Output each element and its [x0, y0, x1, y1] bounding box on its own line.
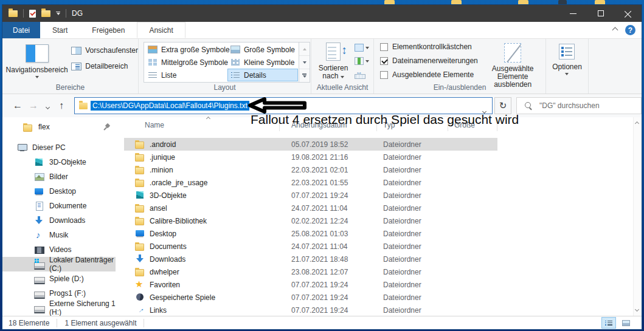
ribbon-tabs: Datei Start Freigeben Ansicht: [2, 22, 642, 38]
up-button[interactable]: ↑: [54, 100, 69, 111]
status-bar: 18 Elemente 1 Element ausgewählt: [2, 316, 642, 329]
options-button[interactable]: Optionen: [552, 44, 582, 94]
chevron-down-icon: [341, 76, 344, 78]
file-row[interactable]: Desktop 25.08.2021 01:03 Dateiordner: [124, 227, 497, 240]
file-row[interactable]: .junique 19.08.2021 21:16 Dateiordner: [124, 151, 497, 163]
sidebar-item[interactable]: flex: [2, 120, 116, 134]
sidebar-item[interactable]: Spiele (D:): [2, 271, 116, 286]
sidebar-item[interactable]: Bilder: [2, 169, 116, 184]
address-path[interactable]: C:\Users\DG\AppData\Local\Fallout4\Plugi…: [91, 101, 249, 111]
sidebar-item[interactable]: Lokaler Datenträger (C:): [2, 257, 116, 271]
checkbox-icon[interactable]: [380, 43, 388, 51]
file-row[interactable]: Gespeicherte Spiele 07.07.2021 19:24 Dat…: [124, 291, 497, 304]
checkbox-icon[interactable]: [380, 71, 388, 79]
desktop-app-icon[interactable]: [558, 0, 567, 5]
search-input[interactable]: "DG" durchsuchen: [516, 97, 642, 114]
desktop: DG Datei Start Freigeben Ansicht: [0, 0, 644, 331]
file-row[interactable]: dwhelper 23.08.2021 12:07 Dateiordner: [124, 265, 497, 278]
chevron-down-icon: [365, 47, 369, 49]
close-button[interactable]: [614, 5, 642, 22]
forward-button[interactable]: →: [26, 100, 41, 111]
file-row[interactable]: Downloads 21.07.2021 18:48 Dateiordner: [124, 253, 497, 265]
layout-option[interactable]: Kleine Symbole: [227, 56, 298, 69]
refresh-button[interactable]: [494, 97, 511, 114]
tab-datei[interactable]: Datei: [2, 22, 40, 38]
customize-toolbar-icon[interactable]: [56, 12, 60, 15]
folder-icon: [135, 140, 145, 149]
layout-option[interactable]: Liste: [145, 69, 227, 81]
minimize-button[interactable]: [559, 5, 587, 22]
desktop-folder-icon[interactable]: [451, 0, 462, 5]
sidebar-item[interactable]: Musik: [2, 228, 116, 242]
window-title: DG: [72, 9, 83, 18]
desktop-folder-icon[interactable]: [595, 0, 605, 5]
triangle-down-icon: [303, 75, 306, 78]
checkbox-row[interactable]: Ausgeblendete Elemente: [380, 70, 480, 79]
size-all-columns-button[interactable]: [355, 70, 369, 79]
gallery-more-button[interactable]: [299, 69, 310, 82]
sidebar-item[interactable]: Desktop: [2, 184, 116, 199]
scroll-up-icon[interactable]: [635, 121, 639, 126]
ribbon-group-optionen: Optionen: [546, 39, 589, 94]
sidebar-item[interactable]: Dokumente: [2, 199, 116, 213]
sidebar-item[interactable]: Dieser PC: [2, 140, 116, 155]
folder-icon[interactable]: [9, 10, 18, 17]
maximize-icon: [598, 10, 604, 16]
drive-icon: [34, 304, 44, 313]
main-area: flex Dieser PC 3D-Objekte Bilder: [2, 117, 642, 316]
tab-ansicht[interactable]: Ansicht: [137, 22, 185, 38]
gallery-scrollbar: [299, 42, 310, 83]
new-folder-icon[interactable]: [41, 10, 50, 17]
back-button[interactable]: ←: [10, 100, 26, 111]
file-row[interactable]: Links 07.07.2021 19:24 Dateiordner: [124, 304, 497, 316]
layout-option[interactable]: Details: [227, 69, 298, 81]
sidebar-item[interactable]: Downloads: [2, 213, 116, 228]
sidebar-item[interactable]: Progs1 (F:): [2, 286, 116, 301]
properties-check-icon[interactable]: [29, 10, 36, 18]
tab-freigeben[interactable]: Freigeben: [80, 22, 137, 38]
history-dropdown-button[interactable]: [41, 100, 54, 111]
group-by-button[interactable]: [355, 44, 369, 52]
help-icon[interactable]: [625, 25, 635, 35]
ribbon: Navigationsbereich Vorschaufenster Detai…: [2, 38, 642, 94]
preview-pane-button[interactable]: Vorschaufenster: [71, 46, 138, 55]
file-row[interactable]: .android 05.07.2019 18:52 Dateiordner: [124, 138, 497, 151]
filelist-scrollbar[interactable]: [633, 117, 642, 316]
sidebar-item[interactable]: 3D-Objekte: [2, 155, 116, 169]
file-row[interactable]: .oracle_jre_usage 22.03.2021 01:55 Datei…: [124, 176, 497, 189]
gallery-scroll-up-button[interactable]: [299, 43, 310, 56]
file-row[interactable]: Favoriten 07.07.2021 19:24 Dateiordner: [124, 278, 497, 291]
file-row[interactable]: Documents 24.07.2021 11:04 Dateiordner: [124, 240, 497, 253]
desktop-folder-icon[interactable]: [518, 0, 528, 5]
options-icon: [559, 44, 575, 60]
gallery-scroll-down-button[interactable]: [299, 56, 310, 69]
tab-start[interactable]: Start: [40, 22, 80, 38]
layout-option[interactable]: Große Symbole: [227, 43, 298, 56]
folder-icon: [135, 216, 145, 225]
checkbox-row[interactable]: Elementkontrollkästchen: [380, 43, 480, 51]
desktop-folder-icon[interactable]: [384, 0, 395, 5]
sidebar-item[interactable]: Videos: [2, 242, 116, 257]
thumbnails-view-toggle-button[interactable]: [618, 317, 633, 329]
details-view-toggle-button[interactable]: [601, 317, 616, 329]
minimize-icon: [570, 13, 576, 14]
drive-icon: [34, 289, 44, 298]
file-rows: .android 05.07.2019 18:52 Dateiordner .j…: [124, 138, 642, 316]
collapse-ribbon-icon[interactable]: [612, 27, 618, 33]
scroll-down-icon[interactable]: [635, 307, 639, 312]
layout-gallery: Extra große Symbole Große Symbole Mittel…: [144, 42, 299, 83]
maximize-button[interactable]: [587, 5, 614, 22]
layout-option[interactable]: Extra große Symbole: [145, 43, 227, 56]
checkbox-icon[interactable]: [380, 57, 388, 65]
add-columns-button[interactable]: [355, 57, 369, 65]
sidebar-item[interactable]: Externe Sicherung 1 (H:): [2, 301, 116, 315]
file-row[interactable]: .minion 22.03.2021 02:01 Dateiordner: [124, 163, 497, 176]
small-icons-icon: [230, 58, 240, 66]
file-row[interactable]: ansel 24.07.2021 11:04 Dateiordner: [124, 202, 497, 214]
checkbox-row[interactable]: Dateinamenerweiterungen: [380, 56, 480, 65]
details-pane-button[interactable]: Detailbereich: [71, 62, 138, 70]
this-pc-icon: [17, 143, 27, 152]
file-row[interactable]: 3D-Objekte 07.07.2021 19:24 Dateiordner: [124, 189, 497, 202]
file-row[interactable]: Calibre-Bibliothek 02.02.2021 12:24 Date…: [124, 214, 497, 227]
layout-option[interactable]: Mittelgroße Symbole: [145, 56, 227, 69]
